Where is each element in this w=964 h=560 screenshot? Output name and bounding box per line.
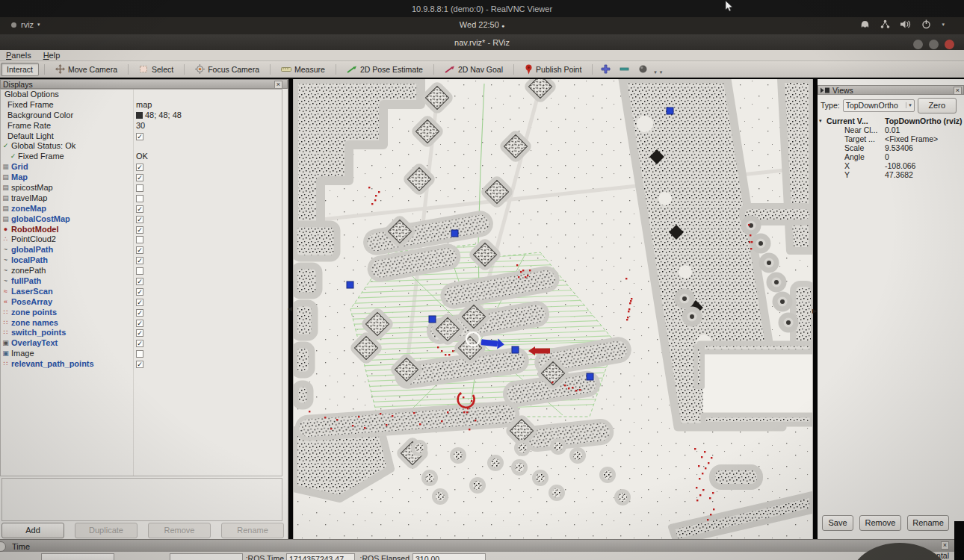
checkbox[interactable] (136, 236, 143, 243)
display-row[interactable]: ∷relevant_path_points✓ (0, 359, 282, 370)
tool-publish-point[interactable]: Publish Point (519, 63, 587, 76)
display-row[interactable]: ▣OverlayText✓ (0, 338, 282, 349)
display-row[interactable]: ~localPath✓ (0, 255, 282, 266)
zero-button[interactable]: Zero (918, 98, 957, 113)
chevron-down-icon[interactable]: ▾ (654, 69, 657, 75)
display-row[interactable]: ≈LaserScan✓ (0, 287, 282, 297)
tool-2d-pose-estimate[interactable]: 2D Pose Estimate (342, 63, 428, 75)
ros-elapsed-field[interactable]: 310.00 (413, 553, 486, 560)
checkbox[interactable]: ✓ (136, 288, 143, 296)
display-row[interactable]: ~globalPath✓ (0, 245, 282, 255)
color-swatch[interactable] (136, 112, 143, 119)
close-icon[interactable]: × (941, 541, 949, 550)
window-titlebar[interactable]: nav.rviz* - RViz (0, 34, 964, 50)
sync-combo[interactable] (170, 553, 243, 560)
close-button[interactable] (945, 40, 954, 49)
checkbox[interactable]: ✓ (136, 361, 143, 368)
display-row[interactable]: ▣Image (0, 349, 282, 359)
tool-focus-camera[interactable]: Focus Camera (190, 63, 265, 75)
tool-select[interactable]: Select (134, 63, 179, 75)
display-row[interactable]: ~fullPath✓ (0, 276, 282, 287)
time-panel-header[interactable]: Time × (0, 539, 955, 553)
add-tool-button[interactable] (598, 63, 614, 75)
tool-move-camera[interactable]: Move Camera (50, 63, 123, 75)
splitter-right-arrow-icon[interactable]: ▶ (812, 308, 817, 314)
checkbox[interactable] (136, 267, 143, 275)
display-row[interactable]: Default Light✓ (0, 131, 282, 142)
views-panel-header[interactable]: Views × (818, 85, 964, 95)
views-row[interactable]: Near Cl...0.01 (819, 125, 963, 134)
checkbox[interactable]: ✓ (136, 320, 143, 327)
tool-measure[interactable]: Measure (276, 63, 330, 75)
tool-properties-button[interactable] (635, 63, 651, 75)
close-icon[interactable]: × (274, 81, 282, 89)
map-view[interactable] (293, 79, 813, 542)
display-row[interactable]: Global Options (0, 90, 282, 100)
chevron-down-icon[interactable]: ▾ (660, 69, 663, 75)
checkbox[interactable]: ✓ (136, 226, 143, 234)
views-row[interactable]: ▾Current V...TopDownOrtho (rviz) (819, 116, 963, 125)
menu-item-help[interactable]: Help (43, 51, 61, 60)
display-row[interactable]: ✓Fixed FrameOK (0, 152, 282, 162)
tool-interact[interactable]: Interact (1, 63, 39, 76)
maximize-button[interactable] (929, 40, 939, 49)
display-row[interactable]: ▤spicostMap (0, 183, 282, 193)
display-row[interactable]: Frame Rate30 (0, 121, 282, 131)
remove-tool-button[interactable] (617, 63, 632, 75)
collapse-icon[interactable] (0, 541, 6, 552)
views-row[interactable]: Y47.3682 (819, 170, 963, 179)
display-row[interactable]: ∴PointCloud2 (0, 234, 282, 245)
save-view-button[interactable]: Save (822, 515, 853, 531)
menu-item-panels[interactable]: Panels (6, 51, 31, 60)
remove-view-button[interactable]: Remove (859, 515, 901, 531)
checkbox[interactable]: ✓ (136, 246, 143, 254)
display-row[interactable]: «PoseArray✓ (0, 297, 282, 308)
checkbox[interactable]: ✓ (136, 309, 143, 317)
tool-2d-nav-goal[interactable]: 2D Nav Goal (439, 63, 508, 75)
checkbox[interactable]: ✓ (136, 133, 143, 140)
checkbox[interactable]: ✓ (136, 164, 143, 171)
checkbox[interactable]: ✓ (136, 216, 143, 223)
checkbox[interactable] (136, 184, 143, 192)
checkbox[interactable]: ✓ (136, 205, 143, 213)
display-row[interactable]: ▤travelMap (0, 193, 282, 204)
pause-button[interactable] (41, 553, 114, 560)
displays-panel-header[interactable]: Displays × (0, 79, 288, 89)
checkbox[interactable]: ✓ (136, 340, 143, 347)
add-button[interactable]: Add (1, 523, 64, 538)
volume-icon[interactable] (900, 19, 911, 29)
views-row[interactable]: Target ...<Fixed Frame> (819, 134, 963, 143)
views-row[interactable]: Angle0 (819, 152, 963, 161)
clock[interactable]: Wed 22:50 ● (0, 20, 964, 29)
minimize-button[interactable] (913, 40, 923, 49)
checkbox[interactable]: ✓ (136, 257, 143, 264)
display-row[interactable]: ▤zoneMap✓ (0, 204, 282, 214)
session-icon[interactable] (860, 19, 870, 29)
splitter-left-arrow-icon[interactable]: ◀ (288, 306, 292, 312)
display-row[interactable]: ∷zone points✓ (0, 308, 282, 318)
display-row[interactable]: ~zonePath (0, 266, 282, 276)
views-row[interactable]: Scale9.53406 (819, 143, 963, 152)
display-row[interactable]: ▦Grid✓ (0, 162, 282, 172)
expander-icon[interactable]: ▾ (819, 116, 822, 125)
checkbox[interactable] (136, 195, 143, 202)
display-row[interactable]: ✓Global Status: Ok (0, 141, 282, 152)
checkbox[interactable]: ✓ (136, 278, 143, 285)
network-icon[interactable] (880, 19, 890, 29)
display-row[interactable]: ●RobotModel✓ (0, 225, 282, 235)
close-icon[interactable]: × (954, 87, 962, 95)
checkbox[interactable]: ✓ (136, 299, 143, 306)
display-row[interactable]: ∷switch_points✓ (0, 328, 282, 338)
display-row[interactable]: ▤globalCostMap✓ (0, 214, 282, 225)
checkbox[interactable]: ✓ (136, 174, 143, 181)
display-row[interactable]: ▤Map✓ (0, 172, 282, 183)
rename-view-button[interactable]: Rename (907, 515, 949, 531)
chevron-down-icon[interactable]: ▾ (942, 22, 945, 28)
checkbox[interactable]: ✓ (136, 329, 143, 337)
display-row[interactable]: ∷zone names✓ (0, 318, 282, 329)
display-row[interactable]: Background Color48; 48; 48 (0, 111, 282, 121)
checkbox[interactable] (136, 350, 143, 358)
views-row[interactable]: X-108.066 (819, 161, 963, 170)
ros-time-field[interactable]: 1714357243.47 (286, 553, 355, 560)
power-icon[interactable] (921, 19, 931, 29)
